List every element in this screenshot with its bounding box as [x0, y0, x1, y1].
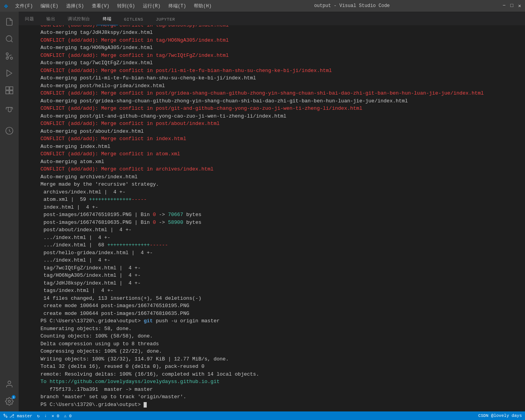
- terminal-line: CONFLICT (add/add): Merge conflict in at…: [40, 150, 520, 158]
- content-area: 问题 输出 调试控制台 终端 GITLENS JUPYTER PS C:\Use…: [19, 12, 525, 411]
- menu-terminal[interactable]: 终端(T): [166, 2, 189, 10]
- test-icon[interactable]: [2, 104, 16, 118]
- menu-goto[interactable]: 转到(G): [115, 2, 137, 10]
- svg-rect-8: [6, 91, 9, 94]
- terminal-line: tags/index.html | 4 +-: [40, 287, 520, 295]
- close-button[interactable]: ✕: [518, 3, 521, 9]
- terminal-line: .../index.html | 4 +-: [40, 257, 520, 264]
- panel-tabs: 问题 输出 调试控制台 终端 GITLENS JUPYTER: [19, 12, 525, 25]
- terminal-line: tag/JdHJ8kspy/index.html | 4 +-: [40, 279, 520, 287]
- terminal-line: create mode 100644 post-images/166747681…: [40, 310, 520, 318]
- terminal-line: CONFLICT (add/add): Merge conflict in po…: [40, 67, 520, 75]
- tab-terminal[interactable]: 终端: [97, 13, 118, 25]
- svg-point-3: [6, 53, 9, 55]
- fetch-button[interactable]: ↓: [44, 413, 47, 418]
- svg-rect-7: [10, 87, 13, 90]
- settings-icon[interactable]: 1: [2, 394, 16, 408]
- tab-problems[interactable]: 问题: [19, 13, 40, 25]
- files-icon[interactable]: [2, 15, 16, 29]
- tab-gitlens[interactable]: GITLENS: [118, 14, 150, 25]
- terminal-line: CONFLICT (add/add): Merge conflict in ar…: [40, 165, 520, 173]
- terminal-line: index.html | 4 +-: [40, 204, 520, 211]
- status-bar-right: CSDN @lovely days: [478, 413, 522, 418]
- terminal-line: Writing objects: 100% (32/32), 114.97 Ki…: [40, 355, 520, 363]
- svg-point-4: [6, 57, 9, 60]
- vscode-logo-icon: ❖: [4, 2, 8, 10]
- terminal-line: .../index.html | 68 ++++++++++++++------: [40, 241, 520, 249]
- terminal-line: f75f173..17ba391 master -> master: [40, 386, 520, 394]
- tab-debug[interactable]: 调试控制台: [61, 13, 97, 25]
- svg-point-14: [4, 414, 5, 415]
- terminal-line: Auto-merging post/git-and-github-chang-y…: [40, 112, 520, 120]
- terminal-line: Auto-merging tag/7wcIQtFgZ/index.html: [40, 59, 520, 67]
- terminal-line: Auto-merging post/gridea-shang-chuan-git…: [40, 97, 520, 105]
- minimize-button[interactable]: −: [503, 3, 506, 9]
- terminal-line: Auto-merging post/about/index.html: [40, 128, 520, 135]
- sync-button[interactable]: ↻: [37, 413, 40, 418]
- search-icon[interactable]: [2, 32, 16, 46]
- terminal-line: CONFLICT (add/add): Merge conflict in po…: [40, 90, 520, 97]
- terminal-line: atom.xml | 59 ++++++++++++++-----: [40, 196, 520, 204]
- terminal-line: Auto-merging archives/index.html: [40, 173, 520, 181]
- source-control-icon[interactable]: [2, 49, 16, 63]
- menu-run[interactable]: 运行(R): [140, 2, 163, 10]
- terminal-line: .../index.html | 4 +-: [40, 234, 520, 242]
- terminal-line: CONFLICT (add/add): Merge conflict in po…: [40, 105, 520, 112]
- terminal-line: Counting objects: 100% (58/58), done.: [40, 332, 520, 340]
- terminal-line: Compressing objects: 100% (22/22), done.: [40, 348, 520, 355]
- terminal-line: Merge made by the 'recursive' strategy.: [40, 181, 520, 188]
- menu-view[interactable]: 查看(V): [90, 2, 112, 10]
- terminal-line: CONFLICT (add/add): Merge conflict in in…: [40, 135, 520, 143]
- titlebar: ❖ 文件(F) 编辑(E) 选择(S) 查看(V) 转到(G) 运行(R) 终端…: [0, 0, 525, 12]
- terminal-line: Auto-merging tag/JdHJ8kspy/index.html: [40, 29, 520, 37]
- titlebar-left: ❖ 文件(F) 编辑(E) 选择(S) 查看(V) 转到(G) 运行(R) 终端…: [4, 2, 214, 10]
- terminal-line: Auto-merging tag/HO6NgA305/index.html: [40, 44, 520, 52]
- svg-rect-6: [6, 87, 9, 90]
- remote-icon[interactable]: [2, 124, 16, 138]
- svg-point-11: [8, 381, 11, 384]
- terminal-line: 14 files changed, 113 insertions(+), 54 …: [40, 295, 520, 302]
- tab-output[interactable]: 输出: [40, 13, 61, 25]
- terminal-line: Total 32 (delta 16), reused 0 (delta 0),…: [40, 363, 520, 371]
- terminal-line: CONFLICT (add/add): Merge conflict in ta…: [40, 37, 520, 44]
- menu-help[interactable]: 帮助(H): [191, 2, 214, 10]
- svg-rect-9: [10, 91, 13, 94]
- run-debug-icon[interactable]: [2, 66, 16, 80]
- account-icon[interactable]: [2, 377, 16, 391]
- activity-bar: 1: [0, 12, 19, 411]
- terminal-line: post/hello-gridea/index.html | 4 +-: [40, 249, 520, 257]
- svg-point-13: [6, 416, 7, 418]
- terminal-line: archives/index.html | 4 +-: [40, 188, 520, 196]
- terminal-line: Delta compression using up to 8 threads: [40, 340, 520, 348]
- svg-marker-5: [7, 70, 12, 77]
- terminal-line: Auto-merging post/hello-gridea/index.htm…: [40, 82, 520, 90]
- extensions-icon[interactable]: [2, 83, 16, 97]
- terminal-line: tag/HO6NgA305/index.html | 4 +-: [40, 272, 520, 279]
- branch-indicator[interactable]: ⎇ master: [3, 413, 32, 418]
- terminal-line: tag/7wcIQtFgZ/index.html | 4 +-: [40, 264, 520, 272]
- terminal-line: Auto-merging index.html: [40, 143, 520, 151]
- status-bar-left: ⎇ master ↻ ↓ ✕ 0 ⚠ 0: [3, 413, 72, 418]
- terminal-line: post-images/1667476510195.PNG | Bin 0 ->…: [40, 211, 520, 219]
- errors-indicator[interactable]: ✕ 0: [51, 413, 59, 418]
- warnings-indicator[interactable]: ⚠ 0: [64, 413, 72, 418]
- svg-point-12: [8, 400, 11, 402]
- menu-select[interactable]: 选择(S): [64, 2, 86, 10]
- terminal-line: remote: Resolving deltas: 100% (16/16), …: [40, 371, 520, 378]
- terminal-area[interactable]: PS C:\Users\13720\.gridea\output> git ch…: [19, 25, 525, 411]
- terminal-line: PS C:\Users\13720\.gridea\output>: [40, 401, 520, 409]
- terminal-line: CONFLICT (add/add): Merge conflict in ta…: [40, 52, 520, 60]
- terminal-line: To https://github.com/lovelydayss/lovely…: [40, 378, 520, 386]
- svg-line-1: [11, 40, 12, 42]
- terminal-line: CONFLICT (add/add): Merge conflict in po…: [40, 120, 520, 128]
- terminal-line: branch 'master' set up to track 'origin/…: [40, 393, 520, 401]
- menu-edit[interactable]: 编辑(E): [38, 2, 61, 10]
- menu-file[interactable]: 文件(F): [13, 2, 35, 10]
- svg-point-0: [6, 36, 12, 42]
- tab-jupyter[interactable]: JUPYTER: [149, 14, 181, 25]
- window-title: output - Visual Studio Code: [314, 3, 390, 9]
- maximize-button[interactable]: □: [510, 3, 513, 9]
- terminal-line: Auto-merging atom.xml: [40, 158, 520, 166]
- status-bar: ⎇ master ↻ ↓ ✕ 0 ⚠ 0 CSDN @lovely days: [0, 411, 525, 420]
- terminal-line: post-images/1667476810635.PNG | Bin 0 ->…: [40, 219, 520, 227]
